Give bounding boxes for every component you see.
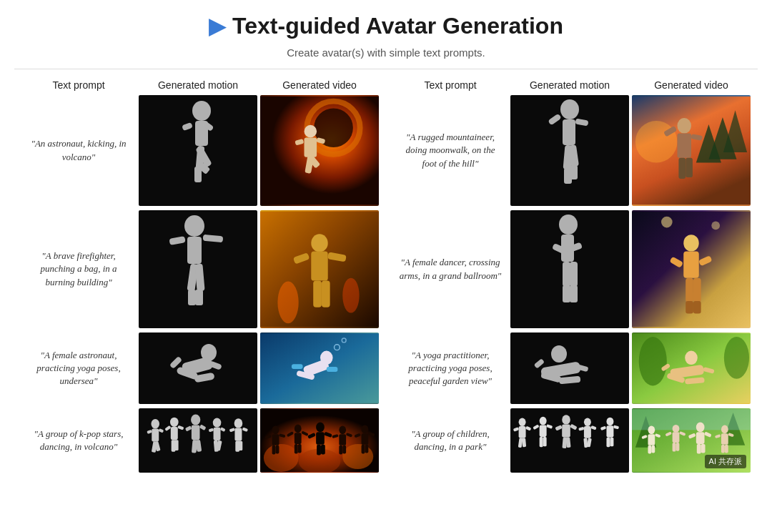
svg-rect-2 [182,122,193,131]
svg-rect-203 [648,445,651,454]
svg-point-124 [635,121,678,163]
page-container: ▶ Text-guided Avatar Generation Create a… [0,0,772,491]
svg-rect-136 [570,262,578,287]
video-cell [260,95,379,206]
svg-rect-24 [195,290,203,305]
svg-rect-137 [563,285,570,302]
svg-point-32 [277,282,298,324]
svg-point-88 [295,425,302,433]
svg-rect-99 [321,445,325,455]
svg-rect-50 [147,430,152,434]
divider [14,69,758,69]
svg-rect-104 [339,445,342,455]
table-row: "A brave firefighter, punching a bag, in… [21,210,379,328]
svg-rect-87 [275,445,279,454]
svg-rect-107 [362,433,369,445]
right-generated-motion-header: Generated motion [510,79,629,91]
table-row: "A female dancer, crossing arms, in a gr… [393,210,751,328]
svg-rect-130 [686,158,693,177]
svg-rect-69 [220,427,226,432]
svg-point-72 [234,418,243,428]
table-row: "A female astronaut, practicing yoga pos… [21,332,379,404]
svg-rect-93 [298,444,302,453]
svg-point-106 [362,425,369,434]
video-scene [260,95,379,206]
motion-silhouette [510,332,629,404]
left-generated-video-header: Generated video [260,79,379,91]
prompt-text: "An astronaut, kicking, in volcano" [21,137,136,163]
motion-silhouette [510,210,629,328]
svg-rect-129 [678,158,686,179]
svg-rect-68 [209,428,214,433]
svg-rect-57 [177,425,184,430]
svg-point-171 [540,417,547,425]
video-scene [632,95,751,206]
svg-rect-92 [295,444,298,454]
svg-rect-23 [188,290,196,305]
video-scene [260,408,379,473]
watermark: AI 共存派 [705,455,746,468]
svg-rect-114 [548,114,561,126]
video-cell [260,408,379,473]
motion-cell [510,210,629,328]
svg-rect-77 [238,441,242,450]
svg-rect-184 [584,426,591,438]
svg-rect-20 [203,235,224,242]
svg-rect-55 [171,427,178,440]
svg-rect-188 [587,438,592,447]
motion-silhouette [510,408,629,473]
svg-rect-168 [525,426,532,431]
svg-rect-222 [725,445,728,453]
svg-rect-105 [342,445,346,454]
table-row: "A yoga practitioner, practicing yoga po… [393,332,751,404]
svg-point-165 [519,418,526,426]
svg-rect-135 [563,262,570,287]
svg-rect-110 [362,445,365,454]
page-title: ▶ Text-guided Avatar Generation [29,13,743,39]
svg-rect-176 [543,437,547,446]
svg-rect-31 [322,281,330,307]
table-row: "An astronaut, kicking, in volcano" [21,95,379,206]
svg-rect-170 [522,438,526,447]
svg-rect-126 [677,134,691,158]
svg-rect-180 [570,424,577,430]
right-generated-video-header: Generated video [632,79,751,91]
right-half: Text prompt Generated motion Generated v… [386,79,758,477]
svg-rect-194 [610,438,613,446]
video-scene [632,332,751,404]
svg-point-66 [213,418,222,427]
motion-silhouette [139,332,257,404]
svg-rect-173 [533,424,539,430]
svg-rect-143 [683,252,698,278]
svg-rect-172 [540,425,547,437]
svg-rect-19 [169,236,185,245]
svg-point-142 [683,235,698,251]
svg-rect-215 [697,444,701,454]
svg-rect-49 [152,428,159,441]
svg-point-205 [673,425,680,433]
svg-point-54 [170,418,179,427]
svg-rect-216 [701,444,706,453]
svg-rect-148 [686,301,693,314]
svg-rect-18 [187,237,202,264]
motion-cell [510,408,629,473]
svg-rect-101 [339,434,346,445]
svg-rect-190 [606,425,613,438]
motion-cell [139,408,257,473]
table-row: "A rugged mountaineer, doing moonwalk, o… [393,95,751,206]
motion-cell [139,95,257,206]
svg-rect-193 [606,438,610,447]
table-row: "A group of children, dancing, in a park… [393,408,751,473]
video-cell [260,210,379,328]
svg-rect-51 [158,428,164,433]
svg-rect-221 [721,445,725,453]
video-cell [260,332,379,404]
svg-rect-22 [194,264,204,292]
svg-rect-30 [313,281,322,307]
svg-point-199 [648,425,655,434]
svg-rect-174 [546,424,553,429]
svg-rect-12 [305,137,317,157]
svg-rect-200 [648,434,655,445]
motion-silhouette [139,95,257,206]
svg-rect-61 [192,425,200,440]
